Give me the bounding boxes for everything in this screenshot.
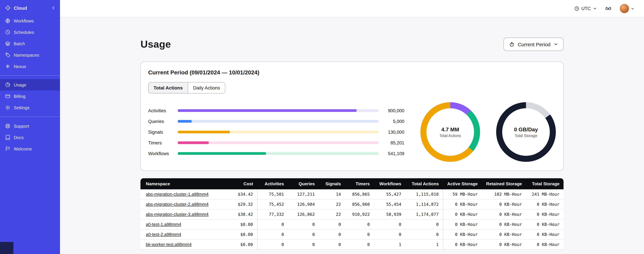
sidebar-item-label: Schedules [14, 30, 34, 35]
cell-cost: $0.00 [227, 219, 257, 229]
page-title: Usage [140, 38, 171, 50]
cell-total_storage: 0 KB-Hour [526, 199, 564, 209]
bar-label: Timers [148, 140, 178, 145]
bar-track [178, 109, 379, 112]
col-header-active_storage: Active Storage [443, 178, 482, 189]
tab-daily-actions[interactable]: Daily Actions [188, 82, 225, 93]
cell-activities: 75,452 [257, 199, 288, 209]
period-selector-label: Current Period [518, 42, 550, 47]
namespace-link[interactable]: abs-migration-cluster-1.a98mm4 [146, 192, 208, 197]
total-actions-label: Total Actions [439, 134, 461, 138]
table-row: abs-migration-cluster-3.a98mm4$38.4277,3… [140, 209, 564, 219]
bar-row-queries: Queries5,000 [148, 118, 404, 124]
usage-summary-card: Current Period (09/01/2024 — 10/01/2024)… [140, 62, 564, 171]
table-row: a0-test-2.a98mm4$0.000000000 KB-Hour0 KB… [140, 229, 564, 240]
cell-retained_storage: 182 MB-Hour [482, 189, 526, 199]
namespace-link[interactable]: bk-worker-test.a98mm4 [146, 242, 192, 247]
chevron-down-icon [593, 6, 597, 11]
namespace-link[interactable]: abs-migration-cluster-3.a98mm4 [146, 212, 208, 217]
cell-workflows: 55,427 [374, 189, 405, 199]
tab-total-actions[interactable]: Total Actions [148, 82, 188, 93]
namespace-cell: bk-worker-test.a98mm4 [140, 240, 227, 250]
bar-value: 85,201 [379, 140, 404, 145]
brand-label: Cloud [14, 5, 27, 10]
bar-fill [178, 131, 230, 133]
avatar[interactable] [620, 4, 629, 14]
cell-timers: 856,865 [345, 189, 374, 199]
sidebar-item-usage[interactable]: Usage [0, 79, 60, 90]
bar-row-workflows: Workflows541,109 [148, 150, 404, 156]
sidebar-item-billing[interactable]: Billing [0, 90, 60, 102]
sidebar-divider [0, 116, 60, 117]
actions-bar-chart: Activities900,000Queries5,000Signals130,… [148, 108, 404, 156]
table-row: bk-worker-test.a98mm4$0.000000110 KB-Hou… [140, 240, 564, 250]
namespace-link[interactable]: a0-test-1.a98mm4 [146, 222, 181, 227]
sidebar-item-namespaces[interactable]: Namespaces [0, 49, 60, 61]
cell-active_storage: 0 KB-Hour [443, 209, 482, 219]
cell-total_actions: 0 [405, 229, 443, 240]
cell-signals: 22 [319, 199, 345, 209]
cell-active_storage: 0 KB-Hour [443, 199, 482, 209]
cell-cost: $0.00 [227, 229, 257, 240]
cell-active_storage: 59 MB-Hour [443, 189, 482, 199]
bar-track [178, 131, 379, 133]
nexus-icon [5, 64, 10, 69]
cell-signals: 0 [319, 219, 345, 229]
sidebar-item-label: Namespaces [14, 52, 39, 58]
sidebar-item-label: Nexus [14, 64, 26, 69]
cell-timers: 856,960 [345, 199, 374, 209]
cell-total_storage: 0 KB-Hour [526, 209, 564, 219]
sidebar-item-label: Support [14, 124, 29, 128]
cell-queries: 126,862 [288, 209, 319, 219]
cell-workflows: 0 [374, 219, 405, 229]
sidebar-item-schedules[interactable]: Schedules [0, 26, 60, 38]
namespace-cell: abs-migration-cluster-2.a98mm4 [140, 199, 227, 209]
cell-retained_storage: 0 KB-Hour [482, 219, 526, 229]
sidebar-item-settings[interactable]: Settings [0, 102, 60, 113]
cell-queries: 0 [288, 219, 319, 229]
cell-activities: 77,332 [257, 209, 288, 219]
sidebar-item-docs[interactable]: Docs [0, 132, 60, 143]
chevron-down-icon [630, 6, 634, 10]
usage-icon [5, 82, 10, 88]
clock-icon [574, 6, 580, 11]
sidebar-item-batch[interactable]: Batch [0, 38, 60, 49]
stopwatch-icon [509, 42, 515, 47]
sidebar-item-welcome[interactable]: Welcome [0, 143, 60, 154]
goggles-button[interactable] [605, 5, 612, 12]
table-header-row: NamespaceCostActivitiesQueriesSignalsTim… [140, 178, 564, 189]
sidebar-item-nexus[interactable]: Nexus [0, 61, 60, 72]
sidebar-item-label: Usage [14, 82, 26, 87]
sidebar-item-label: Welcome [14, 146, 32, 151]
cell-total_storage: 0 KB-Hour [526, 219, 564, 229]
total-actions-value: 4.7 MM [441, 126, 459, 132]
cell-timers: 0 [345, 229, 374, 240]
cell-cost: $0.00 [227, 240, 257, 250]
bar-value: 541,109 [379, 151, 404, 156]
goggles-icon [605, 5, 612, 12]
cell-queries: 0 [288, 229, 319, 240]
cell-workflows: 1 [374, 240, 405, 250]
cell-activities: 0 [257, 219, 288, 229]
namespace-link[interactable]: abs-migration-cluster-2.a98mm4 [146, 202, 208, 207]
col-header-queries: Queries [288, 178, 319, 189]
timezone-selector[interactable]: UTC [574, 6, 597, 11]
sidebar-item-label: Batch [14, 41, 25, 46]
cell-total_actions: 1,115,018 [405, 189, 443, 199]
period-selector-button[interactable]: Current Period [504, 38, 564, 51]
cell-active_storage: 0 KB-Hour [443, 219, 482, 229]
table-row: a0-test-1.a98mm4$0.000000000 KB-Hour0 KB… [140, 219, 564, 229]
cell-activities: 0 [257, 229, 288, 240]
cell-cost: $29.32 [227, 199, 257, 209]
sidebar-collapse-button[interactable] [51, 5, 56, 10]
user-menu[interactable] [620, 4, 634, 14]
namespace-link[interactable]: a0-test-2.a98mm4 [146, 232, 181, 237]
sidebar-item-workflows[interactable]: Workflows [0, 15, 60, 26]
sidebar-item-support[interactable]: Support [0, 120, 60, 132]
cell-signals: 22 [319, 209, 345, 219]
cell-queries: 126,984 [288, 199, 319, 209]
namespace-cell: a0-test-1.a98mm4 [140, 219, 227, 229]
bar-label: Queries [148, 119, 178, 124]
col-header-workflows: Workflows [374, 178, 405, 189]
namespace-usage-table: NamespaceCostActivitiesQueriesSignalsTim… [140, 178, 564, 250]
